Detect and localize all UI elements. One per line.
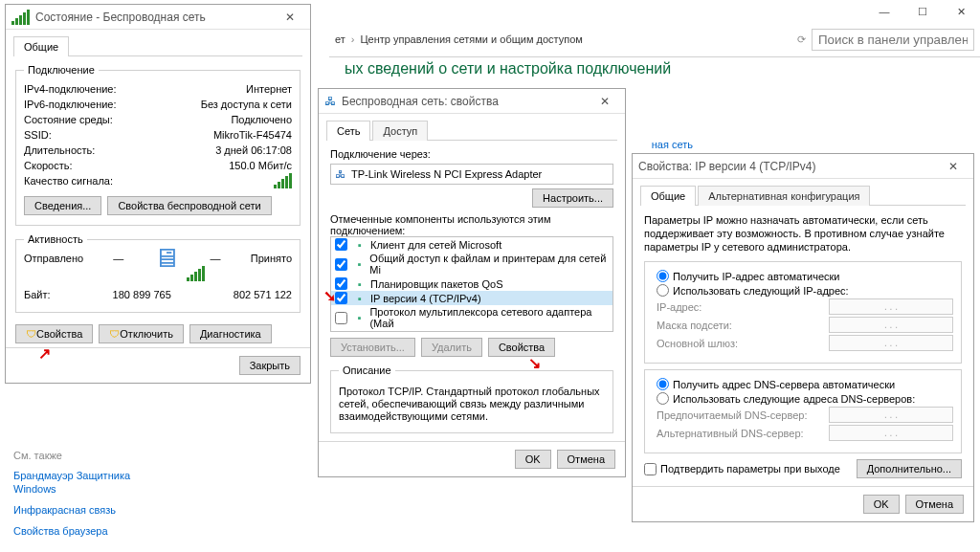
group-activity: Активность Отправлено — 🖥 — Принято Байт… [15, 233, 301, 313]
advanced-button[interactable]: Дополнительно... [857, 459, 962, 478]
subnet-mask-input: . . . [829, 317, 953, 333]
component-icon: ▪ [353, 312, 366, 323]
bytes-sent-value: 180 899 765 [113, 287, 171, 302]
activity-signal-icon [187, 266, 205, 281]
configure-button[interactable]: Настроить... [532, 188, 613, 208]
ipv6-label: IPv6-подключение: [24, 97, 117, 112]
adapter-icon: 🖧 [324, 95, 336, 108]
tab-network[interactable]: Сеть [326, 121, 370, 141]
component-item[interactable]: ▪Планировщик пакетов QoS [331, 276, 612, 291]
sidebar-links: См. также Брандмауэр Защитника Windows И… [13, 450, 167, 545]
disable-button[interactable]: 🛡Отключить [99, 324, 184, 343]
radio-dns-manual[interactable] [657, 392, 669, 405]
chevron-right-icon: › [351, 33, 355, 45]
component-checkbox[interactable] [335, 292, 347, 304]
signal-label: Качество сигнала: [24, 173, 113, 188]
description-text: Протокол TCP/IP. Стандартный протокол гл… [339, 386, 605, 423]
component-checkbox[interactable] [335, 312, 347, 324]
ok-button[interactable]: OK [863, 495, 900, 514]
component-item[interactable]: ▪Клиент для сетей Microsoft [331, 237, 612, 252]
component-item[interactable]: ▪Общий доступ к файлам и принтерам для с… [331, 252, 612, 276]
adapter-name: TP-Link Wireless N PCI Express Adapter [351, 168, 542, 180]
page-heading: ых сведений о сети и настройка подключен… [345, 60, 671, 77]
validate-checkbox[interactable] [644, 463, 657, 475]
tab-alternative[interactable]: Альтернативная конфигурация [698, 186, 870, 206]
close-button[interactable]: ✕ [942, 0, 980, 25]
component-icon: ▪ [353, 258, 366, 270]
computer-icon: 🖥 [153, 251, 180, 266]
component-item[interactable]: ▪Протокол мультиплексора сетевого адапте… [331, 305, 612, 330]
components-list[interactable]: ▪Клиент для сетей Microsoft▪Общий доступ… [330, 236, 613, 332]
explorer-header: — ☐ ✕ ет › Центр управления сетями и общ… [329, 0, 980, 57]
breadcrumb-label[interactable]: ет [335, 33, 345, 45]
group-connection: Подключение IPv4-подключение:Интернет IP… [15, 64, 301, 226]
ipv6-value: Без доступа к сети [201, 97, 292, 112]
group-dns: Получить адрес DNS-сервера автоматически… [644, 369, 962, 453]
duration-value: 3 дней 06:17:08 [215, 143, 292, 158]
close-icon[interactable]: ✕ [939, 160, 968, 173]
component-properties-button[interactable]: Свойства [488, 338, 555, 357]
link-firewall[interactable]: Брандмауэр Защитника Windows [13, 469, 167, 496]
tab-general[interactable]: Общие [640, 186, 696, 206]
duration-label: Длительность: [24, 143, 95, 158]
radio-ip-manual[interactable] [657, 284, 669, 297]
properties-button[interactable]: 🛡Свойства [15, 324, 93, 343]
received-label: Принято [251, 251, 292, 266]
cancel-button[interactable]: Отмена [557, 450, 615, 469]
component-label: Планировщик пакетов QoS [370, 278, 503, 290]
component-icon: ▪ [353, 239, 367, 251]
details-button[interactable]: Сведения... [24, 196, 101, 215]
breadcrumb-current[interactable]: Центр управления сетями и общим доступом [360, 33, 582, 45]
link-wireless-partial[interactable]: ная сеть [652, 139, 693, 150]
components-label: Отмеченные компоненты используются этим … [330, 213, 613, 236]
component-item[interactable]: ▪IP версии 4 (TCP/IPv4) [331, 291, 612, 305]
ok-button[interactable]: OK [515, 450, 551, 469]
radio-dns-auto-label: Получить адрес DNS-сервера автоматически [673, 379, 895, 390]
gateway-input: . . . [829, 335, 953, 351]
media-label: Состояние среды: [24, 112, 113, 127]
component-label: Клиент для сетей Microsoft [370, 239, 501, 251]
ssid-value: MikroTik-F45474 [213, 127, 292, 143]
signal-bars-icon [274, 173, 292, 188]
component-checkbox[interactable] [335, 258, 347, 271]
component-item[interactable]: ▪Драйвер протокола LLDP (Майкрософт) [331, 330, 612, 332]
subnet-mask-label: Маска подсети: [657, 320, 732, 331]
speed-value: 150.0 Мбит/c [229, 158, 292, 173]
sent-label: Отправлено [24, 251, 83, 266]
dns1-label: Предпочитаемый DNS-сервер: [657, 409, 807, 421]
radio-ip-manual-label: Использовать следующий IP-адрес: [673, 285, 849, 297]
diagnostics-button[interactable]: Диагностика [189, 324, 272, 343]
uninstall-button[interactable]: Удалить [421, 338, 482, 357]
media-value: Подключено [231, 112, 292, 127]
dns2-label: Альтернативный DNS-сервер: [657, 428, 804, 439]
component-checkbox[interactable] [335, 238, 347, 251]
radio-ip-auto-label: Получить IP-адрес автоматически [673, 271, 839, 282]
minimize-button[interactable]: — [865, 0, 903, 25]
cancel-button[interactable]: Отмена [905, 495, 964, 514]
group-ip: Получить IP-адрес автоматически Использо… [644, 261, 962, 364]
component-checkbox[interactable] [335, 277, 347, 290]
tab-general[interactable]: Общие [13, 36, 69, 56]
connect-via-label: Подключение через: [330, 148, 613, 160]
search-input[interactable] [812, 29, 974, 51]
install-button[interactable]: Установить... [330, 338, 415, 357]
component-label: IP версии 4 (TCP/IPv4) [370, 293, 481, 304]
close-button[interactable]: Закрыть [239, 356, 301, 375]
radio-ip-auto[interactable] [657, 270, 669, 282]
wifi-properties-button[interactable]: Свойства беспроводной сети [107, 196, 271, 215]
window-wireless-status: Состояние - Беспроводная сеть ✕ Общие По… [5, 4, 311, 384]
close-icon[interactable]: ✕ [590, 95, 619, 108]
component-checkbox[interactable] [335, 331, 347, 332]
link-browser-props[interactable]: Свойства браузера [13, 524, 167, 538]
link-infrared[interactable]: Инфракрасная связь [13, 503, 167, 517]
close-icon[interactable]: ✕ [276, 11, 304, 24]
wifi-signal-icon [11, 10, 30, 25]
gateway-label: Основной шлюз: [657, 338, 738, 349]
radio-dns-auto[interactable] [657, 378, 669, 390]
radio-dns-manual-label: Использовать следующие адреса DNS-сервер… [673, 393, 915, 405]
tab-access[interactable]: Доступ [372, 121, 428, 141]
ipv4-value: Интернет [246, 81, 292, 97]
ipv4-label: IPv4-подключение: [24, 81, 117, 97]
maximize-button[interactable]: ☐ [903, 0, 942, 25]
intro-text: Параметры IP можно назначать автоматичес… [644, 213, 962, 254]
